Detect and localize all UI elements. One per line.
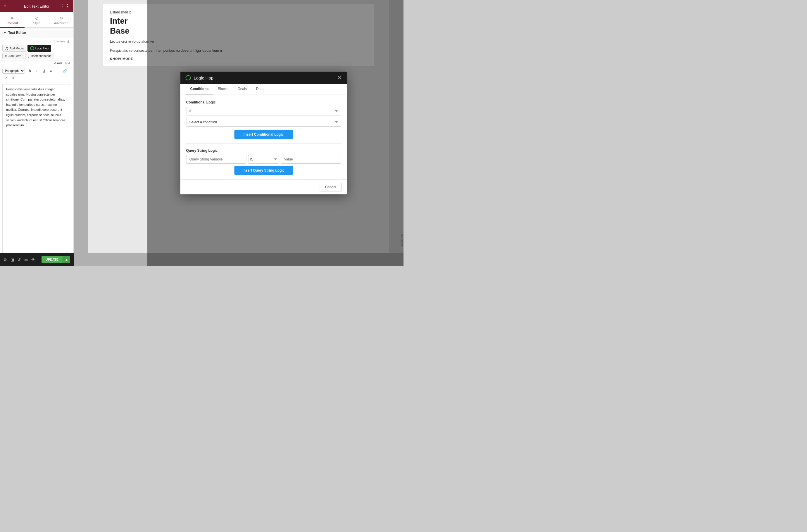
- visual-tab[interactable]: Visual: [54, 62, 62, 65]
- logic-hop-modal: Logic Hop ✕ Conditions Blocks Goals Data…: [181, 72, 347, 194]
- underline-button[interactable]: U: [41, 68, 47, 74]
- modal-body: Conditional Logic IF Select a condition …: [181, 94, 347, 179]
- bottom-bar: ⚙ ◨ ↺ ▭ 👁 UPDATE ▲: [0, 253, 74, 266]
- content-icon: ✏: [11, 16, 14, 20]
- modal-header: Logic Hop ✕: [181, 72, 347, 84]
- section-header-label: Text Editor: [8, 31, 26, 35]
- dynamic-icon[interactable]: 🗑: [67, 40, 70, 43]
- update-main-button[interactable]: UPDATE: [41, 256, 62, 263]
- insert-shortcode-button[interactable]: [] Insert shortcode: [25, 53, 54, 59]
- ordered-list-button[interactable]: ⋮: [55, 68, 61, 74]
- conditional-logic-section: Conditional Logic IF Select a condition …: [186, 100, 341, 139]
- query-string-operator-select[interactable]: IS: [248, 155, 279, 164]
- add-form-label: Add Form: [8, 54, 21, 58]
- modal-circle-icon: [186, 75, 191, 80]
- layers-icon[interactable]: ◨: [11, 258, 14, 262]
- tab-content[interactable]: ✏ Content: [0, 12, 24, 28]
- top-bar-title: Edit Text Editor: [24, 4, 50, 8]
- add-media-button[interactable]: 🎵 Add Media: [2, 45, 26, 52]
- link-button[interactable]: 🔗: [62, 68, 68, 74]
- menu-icon[interactable]: ≡: [3, 3, 6, 9]
- main-content: Established 2 InterBase Lectus orci re v…: [74, 0, 404, 266]
- query-string-value-input[interactable]: [281, 155, 341, 164]
- tab-content-label: Content: [7, 21, 18, 25]
- insert-shortcode-label: Insert shortcode: [31, 54, 52, 58]
- bottom-bar-icons: ⚙ ◨ ↺ ▭ 👁: [3, 258, 35, 262]
- modal-tabs: Conditions Blocks Goals Data: [181, 84, 347, 94]
- query-string-logic-label: Query String Logic: [186, 149, 341, 153]
- table-button[interactable]: ⊞: [10, 75, 16, 81]
- cancel-button[interactable]: Cancel: [320, 183, 341, 191]
- update-button-group: UPDATE ▲: [41, 256, 70, 263]
- text-area-container: Perspiciatis venenatis duis integer, sod…: [2, 84, 71, 256]
- paragraph-select[interactable]: Paragraph: [2, 68, 25, 74]
- insert-shortcode-icon: []: [28, 54, 30, 58]
- select-condition-dropdown[interactable]: Select a condition: [186, 118, 341, 127]
- tabs-row: ✏ Content ⊙ Style ⚙ Advanced: [0, 12, 73, 28]
- query-string-row: IS: [186, 155, 341, 164]
- section-arrow: ▼: [3, 31, 6, 35]
- modal-close-button[interactable]: ✕: [337, 75, 342, 80]
- conditional-logic-label: Conditional Logic: [186, 100, 341, 104]
- section-divider: [186, 144, 341, 144]
- dynamic-row: Dynamic 🗑: [0, 38, 73, 43]
- toolbar-buttons: 🎵 Add Media Logic Hop ⊞ Add Form [] Inse…: [0, 43, 73, 60]
- modal-tab-conditions[interactable]: Conditions: [186, 84, 213, 94]
- tab-advanced[interactable]: ⚙ Advanced: [49, 12, 73, 27]
- modal-tab-data[interactable]: Data: [251, 84, 268, 94]
- insert-conditional-logic-button[interactable]: Insert Conditional Logic: [234, 130, 293, 139]
- top-bar: ≡ Edit Text Editor ⋮⋮: [0, 0, 73, 12]
- add-media-label: Add Media: [10, 47, 24, 50]
- text-tab[interactable]: Text: [64, 62, 70, 65]
- unordered-list-button[interactable]: ≡: [48, 68, 54, 74]
- left-panel: ≡ Edit Text Editor ⋮⋮ ✏ Content ⊙ Style …: [0, 0, 74, 266]
- conditional-logic-if-select[interactable]: IF: [186, 107, 341, 115]
- settings-icon[interactable]: ⚙: [3, 258, 7, 262]
- tab-style-label: Style: [33, 21, 40, 25]
- grid-icon[interactable]: ⋮⋮: [60, 3, 70, 9]
- add-media-icon: 🎵: [5, 47, 8, 50]
- logic-hop-circle-icon: [30, 46, 34, 50]
- fullscreen-button[interactable]: ⤢: [2, 75, 9, 81]
- dynamic-label: Dynamic: [54, 40, 66, 43]
- preview-icon[interactable]: 👁: [31, 258, 35, 262]
- insert-query-string-logic-button[interactable]: Insert Query String Logic: [234, 166, 293, 175]
- query-string-logic-section: Query String Logic IS Insert Query Strin…: [186, 149, 341, 175]
- visual-text-row: Visual Text: [0, 60, 73, 66]
- tab-style[interactable]: ⊙ Style: [24, 12, 49, 27]
- bold-button[interactable]: B: [26, 68, 33, 74]
- add-form-button[interactable]: ⊞ Add Form: [2, 53, 24, 59]
- section-header: ▼ Text Editor: [0, 28, 73, 38]
- query-string-variable-input[interactable]: [186, 155, 246, 164]
- modal-title-group: Logic Hop: [186, 75, 214, 80]
- advanced-icon: ⚙: [59, 16, 63, 20]
- italic-button[interactable]: I: [34, 68, 40, 74]
- responsive-icon[interactable]: ▭: [24, 258, 28, 262]
- update-arrow-button[interactable]: ▲: [62, 256, 70, 263]
- tab-advanced-label: Advanced: [54, 21, 69, 25]
- history-icon[interactable]: ↺: [18, 258, 21, 262]
- logic-hop-label: Logic Hop: [35, 47, 49, 50]
- modal-tab-goals[interactable]: Goals: [233, 84, 251, 94]
- modal-footer: Cancel: [181, 179, 347, 194]
- add-form-icon: ⊞: [5, 54, 7, 58]
- style-icon: ⊙: [35, 16, 39, 20]
- logic-hop-button[interactable]: Logic Hop: [27, 45, 51, 52]
- format-toolbar: Paragraph B I U ≡ ⋮ 🔗 ⤢ ⊞: [0, 66, 73, 82]
- editor-content[interactable]: Perspiciatis venenatis duis integer, sod…: [6, 87, 67, 128]
- modal-tab-blocks[interactable]: Blocks: [213, 84, 233, 94]
- modal-title: Logic Hop: [194, 75, 214, 80]
